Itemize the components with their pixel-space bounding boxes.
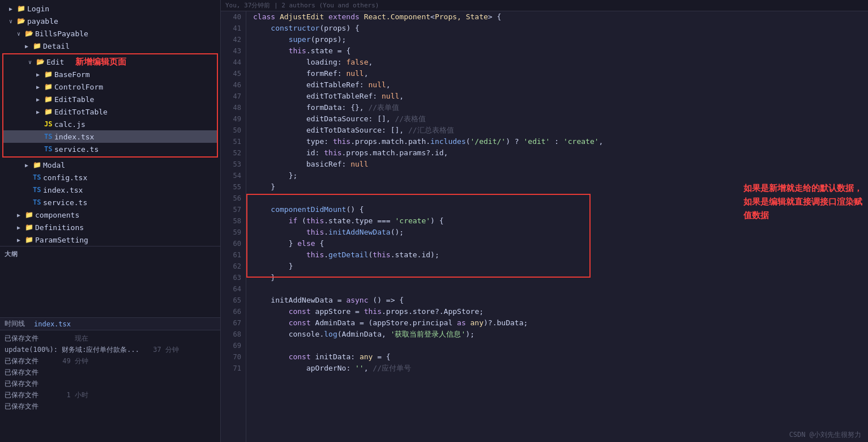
sidebar-item-definitions[interactable]: ▶ 📁 Definitions — [0, 221, 220, 233]
code-line-50: editTotDataSource: [], //汇总表格值 — [253, 125, 868, 136]
code-line-62: } — [253, 261, 868, 272]
sidebar-item-label: Login — [27, 5, 49, 13]
ln-49: 49 — [221, 113, 241, 125]
sidebar-item-indextsx2[interactable]: TS index.tsx — [0, 184, 220, 196]
collapse-arrow: ▶ — [36, 96, 44, 103]
folder-icon: 📁 — [44, 83, 54, 91]
entry-time: 1 小时 — [54, 390, 88, 400]
code-line-63: } — [253, 272, 868, 283]
sidebar-item-baseform[interactable]: ▶ 📁 BaseForm — [3, 68, 217, 80]
editor-area: 如果是新增就走给的默认数据， 如果是编辑就直接调接口渲染赋 值数据 CSDN @… — [221, 11, 868, 442]
ln-48: 48 — [221, 102, 241, 113]
code-line-71: apOrderNo: '', //应付单号 — [253, 363, 868, 374]
ln-41: 41 — [221, 23, 241, 34]
sidebar-item-paramsetting[interactable]: ▶ 📁 ParamSetting — [0, 233, 220, 246]
ts-file-icon: TS — [44, 145, 54, 153]
sidebar-item-billspayable[interactable]: ∨ 📂 BillsPayable — [0, 27, 220, 40]
sidebar-item-login[interactable]: ▶ 📁 Login — [0, 2, 220, 15]
ln-40: 40 — [221, 11, 241, 23]
folder-icon: 📂 — [36, 58, 46, 66]
sidebar-item-edittable[interactable]: ▶ 📁 EditTable — [3, 93, 217, 105]
entry-label: 已保存文件 — [5, 368, 50, 377]
sidebar-item-label: ControlForm — [54, 83, 103, 91]
sidebar-item-detail[interactable]: ▶ 📁 Detail — [0, 40, 220, 52]
collapse-arrow: ▶ — [17, 237, 25, 243]
commit-info: You, 37分钟前 | 2 authors (You and others) — [225, 2, 379, 9]
sidebar-item-controlform[interactable]: ▶ 📁 ControlForm — [3, 80, 217, 93]
entry-time: 49 分钟 — [54, 356, 88, 366]
timeline-label: 时间线 — [5, 319, 25, 329]
folder-icon: 📁 — [44, 95, 54, 103]
code-line-65: initAddNewData = async () => { — [253, 295, 868, 306]
ln-56: 56 — [221, 193, 241, 204]
top-bar: You, 37分钟前 | 2 authors (You and others) — [221, 0, 868, 11]
sidebar-item-label: service.ts — [54, 145, 99, 154]
sidebar-item-label: index.tsx — [54, 133, 94, 141]
sidebar-item-label: EditTotTable — [54, 108, 108, 116]
folder-icon: 📂 — [17, 17, 27, 25]
sidebar-item-label: components — [35, 211, 79, 219]
sidebar-item-label: index.tsx — [43, 186, 83, 194]
ln-54: 54 — [221, 170, 241, 181]
timeline-entry-2: update(100%): 财务域:应付单付款条... 37 分钟 — [0, 344, 220, 355]
timeline-entry-1: 已保存文件 现在 — [0, 333, 220, 344]
collapse-arrow: ▶ — [25, 162, 33, 168]
ln-42: 42 — [221, 34, 241, 45]
entry-label: 已保存文件 — [5, 379, 50, 389]
outline-header: 大纲 — [0, 249, 220, 260]
timeline-filename[interactable]: index.tsx — [34, 320, 71, 328]
ln-50: 50 — [221, 125, 241, 136]
sidebar-item-calcjs[interactable]: JS calc.js — [3, 118, 217, 130]
collapse-arrow: ▶ — [17, 224, 25, 231]
code-line-57: componentDidMount() { — [253, 204, 868, 215]
collapse-arrow: ▶ — [36, 109, 44, 115]
code-line-70: const initData: any = { — [253, 351, 868, 363]
folder-icon: 📁 — [33, 42, 43, 50]
code-line-40: class AdjustEdit extends React.Component… — [253, 11, 868, 23]
ln-46: 46 — [221, 79, 241, 91]
ln-44: 44 — [221, 57, 241, 68]
timeline-entry-6: 已保存文件 1 小时 — [0, 389, 220, 401]
timeline-entry-7: 已保存文件 — [0, 401, 220, 412]
sidebar-item-components[interactable]: ▶ 📁 components — [0, 209, 220, 221]
ln-57: 57 — [221, 204, 241, 215]
ln-64: 64 — [221, 283, 241, 295]
code-line-45: formRef: null, — [253, 68, 868, 79]
ln-65: 65 — [221, 295, 241, 306]
code-line-58: if (this.state.type === 'create') { — [253, 215, 868, 227]
sidebar-item-modal[interactable]: ▶ 📁 Modal — [0, 159, 220, 171]
sidebar-item-indextsx[interactable]: TS index.tsx — [3, 130, 217, 143]
sidebar-item-configtsx[interactable]: TS config.tsx — [0, 171, 220, 184]
folder-icon: 📁 — [25, 211, 35, 219]
code-line-69 — [253, 340, 868, 351]
sidebar-item-edittottable[interactable]: ▶ 📁 EditTotTable — [3, 105, 217, 118]
ln-53: 53 — [221, 159, 241, 170]
collapse-arrow: ▶ — [9, 6, 17, 12]
entry-label: update(100%): 财务域:应付单付款条... — [5, 345, 140, 355]
code-line-55: } — [253, 181, 868, 193]
editor-wrapper: You, 37分钟前 | 2 authors (You and others) … — [221, 0, 868, 442]
sidebar-item-servicets[interactable]: TS service.ts — [3, 143, 217, 155]
sidebar-item-label: Definitions — [35, 223, 84, 232]
ln-45: 45 — [221, 68, 241, 79]
code-line-56 — [253, 193, 868, 204]
code-line-54: }; — [253, 170, 868, 181]
code-container[interactable]: 40 41 42 43 44 45 46 47 48 49 50 51 52 5… — [221, 11, 868, 442]
code-line-42: super(props); — [253, 34, 868, 45]
sidebar-item-edit[interactable]: ∨ 📂 Edit 新增编辑页面 — [3, 56, 217, 68]
bottom-panel-header: 时间线 index.tsx — [0, 318, 220, 330]
collapse-arrow: ▶ — [25, 43, 33, 49]
folder-icon: 📁 — [44, 108, 54, 116]
line-numbers: 40 41 42 43 44 45 46 47 48 49 50 51 52 5… — [221, 11, 246, 442]
folder-icon: 📁 — [17, 5, 27, 12]
sidebar-item-servicets2[interactable]: TS service.ts — [0, 196, 220, 209]
collapse-arrow: ▶ — [17, 212, 25, 218]
code-line-49: editDataSource: [], //表格值 — [253, 113, 868, 125]
sidebar-item-payable[interactable]: ∨ 📂 payable — [0, 15, 220, 27]
ln-70: 70 — [221, 351, 241, 363]
bottom-entries: 已保存文件 现在 update(100%): 财务域:应付单付款条... 37 … — [0, 330, 220, 442]
sidebar-item-label: ParamSetting — [35, 236, 88, 244]
ln-55: 55 — [221, 181, 241, 193]
sidebar-item-label: EditTable — [54, 95, 94, 104]
code-line-66: const appStore = this.props.store?.AppSt… — [253, 306, 868, 317]
